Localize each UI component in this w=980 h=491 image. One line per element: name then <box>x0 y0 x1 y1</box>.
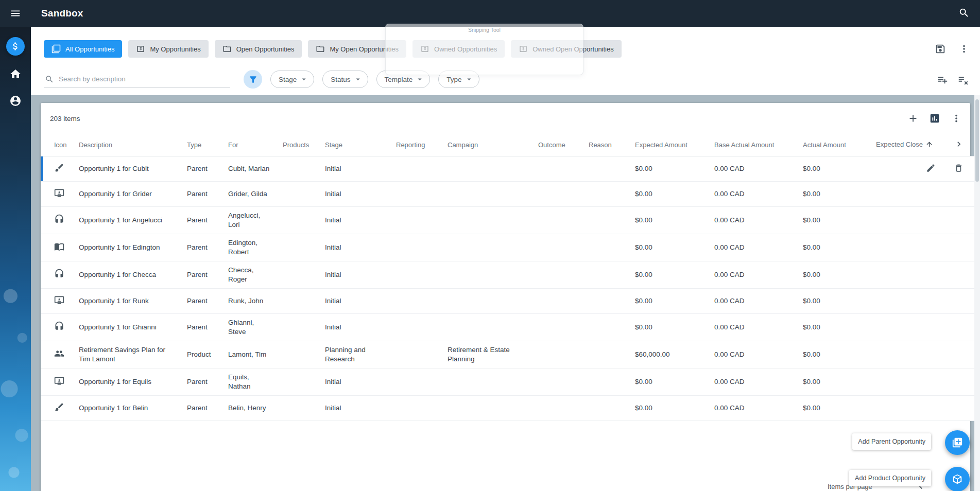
cell-products <box>277 156 319 182</box>
cell-actual-amount: $0.00 <box>797 314 870 341</box>
col-reporting[interactable]: Reporting <box>390 134 441 156</box>
cell-for: Runk, John <box>222 289 277 314</box>
dropdown-stage[interactable]: Stage <box>270 71 314 88</box>
items-count: 203 items <box>50 115 80 122</box>
opportunity-row[interactable]: Retirement Savings Plan for Tim LamontPr… <box>41 341 975 369</box>
col-expected-close[interactable]: Expected Close <box>870 134 942 156</box>
view-chip-label: Open Opportunities <box>236 45 295 53</box>
scrollbar-thumb[interactable] <box>975 99 979 182</box>
cell-expected-amount: $0.00 <box>629 261 708 289</box>
bar-chart-icon <box>929 113 940 124</box>
filter-button[interactable] <box>244 70 262 89</box>
cell-actions <box>942 207 975 234</box>
add-filter-row-button[interactable] <box>936 73 949 86</box>
view-chip-all-opportunities[interactable]: All Opportunities <box>44 40 122 58</box>
cell-outcome <box>532 341 582 369</box>
playlist-add-icon <box>937 74 948 85</box>
cell-for: Lamont, Tim <box>222 341 277 369</box>
cell-actual-amount: $0.00 <box>797 396 870 421</box>
cell-outcome <box>532 207 582 234</box>
col-for[interactable]: For <box>222 134 277 156</box>
col-reason[interactable]: Reason <box>582 134 629 156</box>
book-icon <box>41 234 73 261</box>
opportunity-row[interactable]: Opportunity 1 for BelinParentBelin, Henr… <box>41 396 975 421</box>
sidebar-item-home[interactable] <box>7 66 24 82</box>
card-more-button[interactable] <box>950 112 963 125</box>
col-icon[interactable]: Icon <box>41 134 73 156</box>
cell-type: Parent <box>181 207 222 234</box>
sidebar-item-opportunities[interactable] <box>6 37 25 56</box>
menu-icon[interactable] <box>0 0 31 27</box>
view-chip-my-opportunities[interactable]: My Opportunities <box>128 40 208 58</box>
col-products[interactable]: Products <box>277 134 319 156</box>
opportunity-row[interactable]: Opportunity 1 for EquilsParentEquils, Na… <box>41 369 975 396</box>
col-campaign[interactable]: Campaign <box>441 134 532 156</box>
add-parent-opportunity-button[interactable] <box>945 430 970 455</box>
col-description[interactable]: Description <box>73 134 181 156</box>
vertical-scrollbar[interactable] <box>974 95 980 491</box>
opportunity-row[interactable]: Opportunity 1 for AngelucciParentAngeluc… <box>41 207 975 234</box>
opportunity-row[interactable]: Opportunity 1 for GhianniParentGhianni, … <box>41 314 975 341</box>
cell-products <box>277 261 319 289</box>
toolbar-actions <box>934 42 971 56</box>
col-type[interactable]: Type <box>181 134 222 156</box>
scroll-columns-right-button[interactable] <box>953 138 965 152</box>
cell-actions <box>942 182 975 207</box>
opportunity-row[interactable]: Opportunity 1 for EdingtonParentEdington… <box>41 234 975 261</box>
cell-products <box>277 314 319 341</box>
search-input[interactable] <box>59 75 229 83</box>
sidebar-item-profile[interactable] <box>7 93 24 109</box>
playlist-remove-icon <box>957 74 969 85</box>
clear-filters-button[interactable] <box>956 73 970 86</box>
cell-expected-amount: $0.00 <box>629 182 708 207</box>
view-chip-label: My Opportunities <box>150 45 200 53</box>
save-view-button[interactable] <box>934 42 947 56</box>
cell-base-actual-amount: 0.00 CAD <box>708 396 797 421</box>
opportunity-row[interactable]: Opportunity 1 for RunkParentRunk, JohnIn… <box>41 289 975 314</box>
screen-icon <box>41 369 73 396</box>
cell-reason <box>582 289 629 314</box>
cell-base-actual-amount: 0.00 CAD <box>708 341 797 369</box>
cell-reason <box>582 234 629 261</box>
col-actual-amount[interactable]: Actual Amount <box>797 134 870 156</box>
filter-actions <box>936 73 970 86</box>
caret-down-icon <box>299 75 308 84</box>
cell-type: Parent <box>181 234 222 261</box>
cell-description: Opportunity 1 for Runk <box>73 289 181 314</box>
brush-icon <box>41 156 73 182</box>
cell-reason <box>582 207 629 234</box>
opportunity-row[interactable]: Opportunity 1 for CheccaParentChecca, Ro… <box>41 261 975 289</box>
cell-type: Parent <box>181 182 222 207</box>
add-record-button[interactable] <box>906 112 920 125</box>
col-expected-amount[interactable]: Expected Amount <box>629 134 708 156</box>
col-stage[interactable]: Stage <box>319 134 390 156</box>
edit-button[interactable] <box>925 162 937 176</box>
cell-stage: Initial <box>319 207 390 234</box>
top-bar: Sandbox <box>0 0 980 27</box>
cell-expected-amount: $0.00 <box>629 156 708 182</box>
col-base-actual-amount[interactable]: Base Actual Amount <box>708 134 797 156</box>
cell-type: Parent <box>181 314 222 341</box>
cell-actions <box>942 289 975 314</box>
stack-icon <box>51 44 61 54</box>
view-chip-open-opportunities[interactable]: Open Opportunities <box>215 40 302 58</box>
cell-stage: Initial <box>319 314 390 341</box>
add-product-opportunity-button[interactable] <box>945 467 970 491</box>
cell-for: Grider, Gilda <box>222 182 277 207</box>
cell-expected-amount: $60,000.00 <box>629 341 708 369</box>
toolbar-more-button[interactable] <box>957 42 971 56</box>
folder-icon <box>316 44 325 54</box>
col-outcome[interactable]: Outcome <box>532 134 582 156</box>
search-icon[interactable] <box>955 4 973 23</box>
delete-button[interactable] <box>953 162 965 176</box>
cell-type: Parent <box>181 396 222 421</box>
caret-down-icon <box>353 75 363 84</box>
chart-view-button[interactable] <box>928 112 941 125</box>
opportunity-row[interactable]: Opportunity 1 for CubitParentCubit, Mari… <box>41 156 975 182</box>
cell-reason <box>582 261 629 289</box>
cell-reporting <box>390 396 441 421</box>
cell-actions <box>942 396 975 421</box>
cell-expected-close <box>870 396 942 421</box>
dropdown-status[interactable]: Status <box>322 71 368 88</box>
opportunity-row[interactable]: Opportunity 1 for GriderParentGrider, Gi… <box>41 182 975 207</box>
